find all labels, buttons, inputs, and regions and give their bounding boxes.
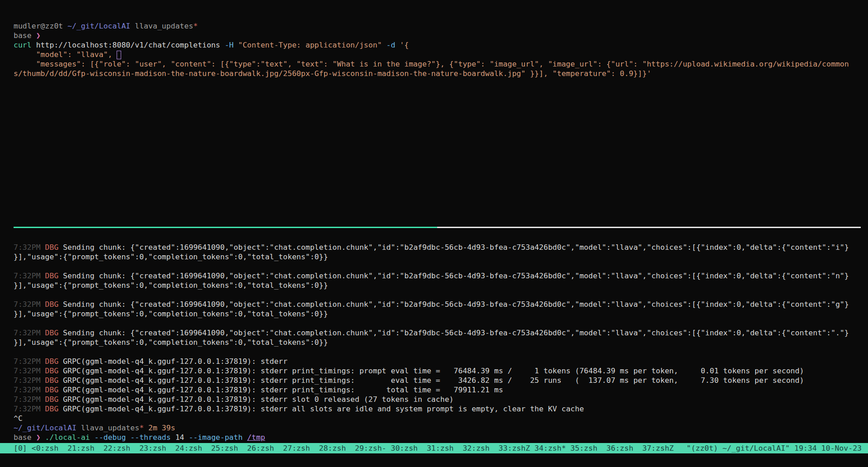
terminal-text-span (395, 41, 400, 49)
terminal-text-span (243, 433, 247, 442)
terminal-text-span: }],"usage":{"prompt_tokens":0,"completio… (14, 338, 328, 347)
tmux-host-and-clock: "(zz0t) ~/_git/LocalAI" 19:34 10-Nov-23 (687, 443, 862, 453)
terminal-text-span: base (14, 31, 36, 40)
terminal-text-span: ./local-ai (45, 433, 90, 442)
terminal-text-span: ~/_git/LocalAI (14, 424, 76, 432)
terminal-line: 7:32PM DBG GRPC(ggml-model-q4_k.gguf-127… (14, 385, 868, 395)
terminal-text-span: 7:32PM (14, 386, 45, 394)
terminal-line: "messages": [{"role": "user", "content":… (14, 59, 868, 69)
terminal-line: 7:32PM DBG GRPC(ggml-model-q4_k.gguf-127… (14, 376, 868, 385)
terminal-line (14, 319, 868, 328)
terminal-text-span: DBG (45, 329, 63, 337)
terminal-text-span: s/thumb/d/dd/Gfp-wisconsin-madison-the-n… (14, 69, 651, 78)
terminal-line (14, 347, 868, 357)
terminal-text-span: DBG (45, 243, 63, 252)
terminal-line: 7:32PM DBG Sending chunk: {"created":169… (14, 300, 868, 309)
terminal-text-span: llava_updates (130, 22, 193, 30)
terminal-line: }],"usage":{"prompt_tokens":0,"completio… (14, 252, 868, 262)
terminal-line: s/thumb/d/dd/Gfp-wisconsin-madison-the-n… (14, 69, 868, 78)
terminal-line: base ❯ ./local-ai --debug --threads 14 -… (14, 433, 868, 442)
terminal-line: 7:32PM DBG GRPC(ggml-model-q4_k.gguf-127… (14, 404, 868, 414)
terminal-text-span: -H (225, 41, 234, 49)
terminal-line (14, 290, 868, 300)
terminal-text-span: -d (387, 41, 396, 49)
terminal-text-span: 7:32PM (14, 405, 45, 413)
terminal-text-span: DBG (45, 405, 63, 413)
terminal-text-span: ❯ (36, 31, 41, 40)
top-pane: mudler@zz0t ~/_git/LocalAI llava_updates… (14, 21, 868, 78)
terminal-text-span: }],"usage":{"prompt_tokens":0,"completio… (14, 281, 328, 290)
terminal-text-span: 14 (171, 433, 189, 442)
terminal-text-span: mudler@zz0t (14, 22, 67, 30)
terminal-text-span: base (14, 433, 36, 442)
terminal-text-span: http://localhost:8080/v1/chat/completion… (32, 41, 225, 49)
terminal-text-span: 7:32PM (14, 367, 45, 375)
terminal-text-span: Sending chunk: {"created":1699641090,"ob… (63, 329, 849, 337)
terminal-text-span: DBG (45, 357, 63, 366)
terminal-line: }],"usage":{"prompt_tokens":0,"completio… (14, 309, 868, 319)
terminal-text-span: 7:32PM (14, 376, 45, 385)
terminal-text-span: GRPC(ggml-model-q4_k.gguf-127.0.0.1:3781… (63, 395, 453, 404)
terminal-text-span: }],"usage":{"prompt_tokens":0,"completio… (14, 310, 328, 318)
terminal-text-span: 2m 39s (144, 424, 175, 432)
terminal-text-span: ~/_git/LocalAI (67, 22, 130, 30)
terminal-text-span (41, 433, 45, 442)
tmux-status-bar: [0] <0:zsh 21:zsh 22:zsh 23:zsh 24:zsh 2… (0, 443, 868, 453)
terminal-text-span: --threads (130, 433, 170, 442)
terminal-text-span: DBG (45, 395, 63, 404)
terminal-text-span: "Content-Type: application/json" (238, 41, 382, 49)
terminal-text-span: curl (14, 41, 32, 49)
tmux-window-list[interactable]: [0] <0:zsh 21:zsh 22:zsh 23:zsh 24:zsh 2… (14, 443, 674, 453)
terminal-text-span: GRPC(ggml-model-q4_k.gguf-127.0.0.1:3781… (63, 405, 584, 413)
terminal-text-span: * (193, 22, 198, 30)
terminal-text-span: 7:32PM (14, 272, 45, 280)
terminal-text-span: }],"usage":{"prompt_tokens":0,"completio… (14, 253, 328, 261)
terminal-text-span: Sending chunk: {"created":1699641090,"ob… (63, 243, 849, 252)
terminal-text-span: 7:32PM (14, 329, 45, 337)
terminal-text-span: DBG (45, 300, 63, 309)
terminal-text-span: DBG (45, 376, 63, 385)
pane-divider-segment[interactable] (437, 227, 861, 228)
terminal-text-span: Sending chunk: {"created":1699641090,"ob… (63, 300, 849, 309)
terminal-text-span: DBG (45, 386, 63, 394)
terminal-text-span: "messages": [{"role": "user", "content":… (14, 60, 849, 68)
terminal-line: ^C (14, 414, 868, 423)
terminal-line: }],"usage":{"prompt_tokens":0,"completio… (14, 338, 868, 347)
terminal-line: 7:32PM DBG Sending chunk: {"created":169… (14, 328, 868, 338)
terminal-text-span: GRPC(ggml-model-q4_k.gguf-127.0.0.1:3781… (63, 376, 804, 385)
terminal-text-span: 7:32PM (14, 357, 45, 366)
terminal-text-span (90, 433, 94, 442)
terminal-window[interactable]: mudler@zz0t ~/_git/LocalAI llava_updates… (0, 0, 868, 467)
terminal-line (14, 262, 868, 271)
terminal-line: base ❯ (14, 31, 868, 40)
terminal-text-span (234, 41, 238, 49)
terminal-line: }],"usage":{"prompt_tokens":0,"completio… (14, 281, 868, 290)
terminal-text-span: --debug (94, 433, 126, 442)
terminal-line: 7:32PM DBG GRPC(ggml-model-q4_k.gguf-127… (14, 395, 868, 404)
terminal-text-span: DBG (45, 367, 63, 375)
terminal-text-span: GRPC(ggml-model-q4_k.gguf-127.0.0.1:3781… (63, 386, 503, 394)
terminal-text-span: 7:32PM (14, 300, 45, 309)
terminal-line: 7:32PM DBG Sending chunk: {"created":169… (14, 271, 868, 281)
terminal-line: curl http://localhost:8080/v1/chat/compl… (14, 40, 868, 50)
terminal-text-span: llava_updates (76, 424, 139, 432)
terminal-text-span: 7:32PM (14, 395, 45, 404)
terminal-text-span: DBG (45, 272, 63, 280)
terminal-text-span (126, 433, 130, 442)
terminal-line: mudler@zz0t ~/_git/LocalAI llava_updates… (14, 21, 868, 31)
terminal-text-span: GRPC(ggml-model-q4_k.gguf-127.0.0.1:3781… (63, 367, 804, 375)
terminal-text-span: --image-path (189, 433, 242, 442)
terminal-text-span: '{ (400, 41, 409, 49)
terminal-line: 7:32PM DBG GRPC(ggml-model-q4_k.gguf-127… (14, 357, 868, 366)
terminal-line: "model": "llava", (14, 50, 868, 59)
terminal-text-span: ^C (14, 414, 23, 423)
terminal-line: ~/_git/LocalAI llava_updates* 2m 39s (14, 423, 868, 433)
terminal-text-span: /tmp (247, 433, 265, 442)
terminal-text-span: 7:32PM (14, 243, 45, 252)
pane-divider-active-segment[interactable] (14, 227, 437, 228)
terminal-line: 7:32PM DBG GRPC(ggml-model-q4_k.gguf-127… (14, 366, 868, 376)
terminal-text-span: * (139, 424, 144, 432)
terminal-text-span: GRPC(ggml-model-q4_k.gguf-127.0.0.1:3781… (63, 357, 288, 366)
terminal-text-span: "model": "llava", (14, 50, 117, 59)
terminal-line: 7:32PM DBG Sending chunk: {"created":169… (14, 243, 868, 252)
